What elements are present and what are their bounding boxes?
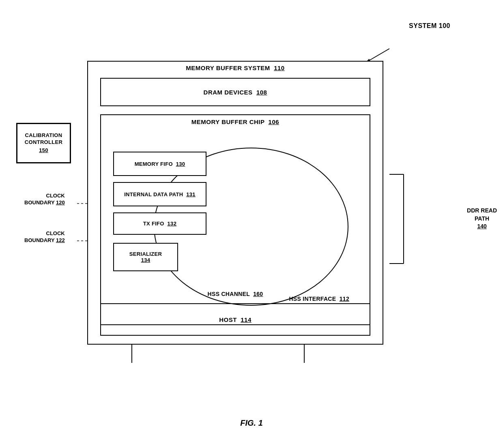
host-label: HOST 114 <box>219 316 252 323</box>
system-label-text: SYSTEM 100 <box>409 22 450 29</box>
internal-data-path-box: INTERNAL DATA PATH 131 <box>113 182 206 206</box>
clock-boundary-122-label: CLOCK BOUNDARY 122 <box>24 230 65 244</box>
host-box: HOST 114 <box>100 303 370 336</box>
diagram: SYSTEM 100 MEMORY BUFFER SYSTEM 110 DRAM… <box>0 0 503 448</box>
ddr-read-path-label: DDR READ PATH 140 <box>467 207 497 231</box>
tx-fifo-box: TX FIFO 132 <box>113 212 206 235</box>
system-label: SYSTEM 100 <box>409 22 450 30</box>
dram-devices-box: DRAM DEVICES 108 <box>100 78 370 106</box>
calibration-controller-box: CALIBRATIONCONTROLLER 150 <box>16 123 71 163</box>
serializer-box: SERIALIZER 134 <box>113 243 178 271</box>
memory-fifo-box: MEMORY FIFO 130 <box>113 152 206 176</box>
fig-label: FIG. 1 <box>0 418 503 428</box>
hss-channel-label: HSS CHANNEL 160 <box>88 291 383 297</box>
dram-label: DRAM DEVICES 108 <box>204 89 267 96</box>
memory-buffer-system-label: MEMORY BUFFER SYSTEM 110 <box>88 61 383 71</box>
clock-boundary-120-label: CLOCK BOUNDARY 120 <box>24 193 65 206</box>
memory-buffer-system-box: MEMORY BUFFER SYSTEM 110 DRAM DEVICES 10… <box>87 61 383 345</box>
memory-buffer-chip-label: MEMORY BUFFER CHIP 106 <box>101 118 370 125</box>
